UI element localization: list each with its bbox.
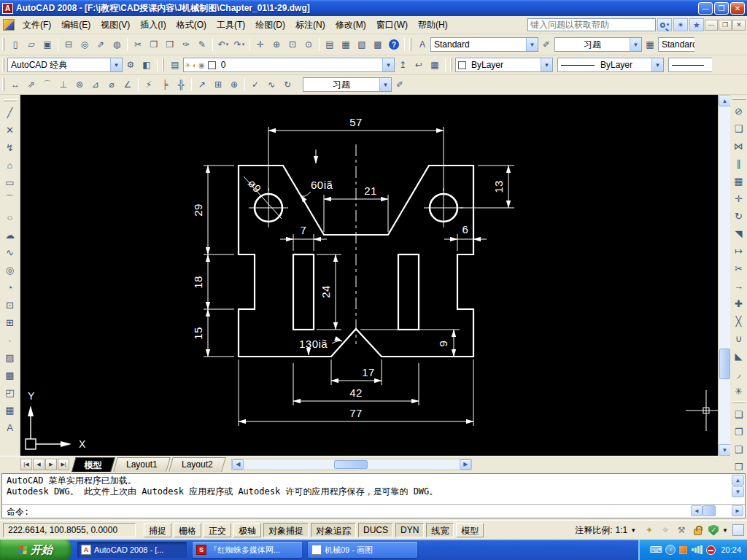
horizontal-scrollbar[interactable]: ◀ ▶ xyxy=(231,459,472,470)
quick-leader-icon[interactable]: ↗ xyxy=(194,77,210,92)
dimension-text-edit-icon[interactable]: ∿ xyxy=(263,77,279,92)
chevron-down-icon[interactable]: ▼ xyxy=(630,38,641,51)
doc-close-button[interactable]: ✕ xyxy=(732,20,746,31)
menu-item[interactable]: 帮助(H) xyxy=(413,18,453,33)
help-icon[interactable]: ? xyxy=(386,37,402,52)
bring-to-front-icon[interactable]: ❏ xyxy=(730,405,747,423)
scrollbar-thumb[interactable] xyxy=(334,460,368,469)
autocad-app-icon[interactable]: A xyxy=(2,3,13,14)
layer-on-icon[interactable]: ☀ xyxy=(185,61,191,69)
trusted-autodesk-icon[interactable]: ✓ xyxy=(706,524,721,537)
extend-icon[interactable]: → xyxy=(730,277,747,295)
close-button[interactable]: ✕ xyxy=(730,2,745,15)
line-icon[interactable]: ╱ xyxy=(1,104,19,121)
mirror-icon[interactable]: ⋈ xyxy=(730,137,747,155)
multiline-text-icon[interactable]: A xyxy=(1,419,19,436)
baseline-dimension-icon[interactable]: ╞ xyxy=(157,77,173,92)
toolbar-grip[interactable] xyxy=(732,98,746,100)
tab-Layout1[interactable]: Layout1 xyxy=(113,457,170,472)
taskbar-task[interactable]: S『红蜘蛛多媒体网... xyxy=(193,542,302,558)
move-icon[interactable]: ✛ xyxy=(730,190,747,207)
center-mark-icon[interactable]: ⊕ xyxy=(226,77,242,92)
menu-item[interactable]: 文件(F) xyxy=(18,18,56,33)
open-icon[interactable]: ▱ xyxy=(23,37,39,52)
rotate-icon[interactable]: ↻ xyxy=(730,207,747,225)
region-icon[interactable]: ◰ xyxy=(1,384,19,401)
trim-icon[interactable]: ✂ xyxy=(730,260,747,277)
radius-dimension-icon[interactable]: ⊚ xyxy=(71,77,88,92)
arc-length-dimension-icon[interactable]: ⌒ xyxy=(39,77,55,92)
angular-dimension-icon[interactable]: ∠ xyxy=(120,77,136,92)
chevron-down-icon[interactable]: ▼ xyxy=(630,527,636,534)
copy-icon[interactable]: ❐ xyxy=(146,37,162,52)
zoom-window-icon[interactable]: ⊡ xyxy=(285,37,301,52)
color-combo[interactable]: ByLayer ▼ xyxy=(455,58,553,72)
text-style-icon[interactable]: A xyxy=(414,37,430,52)
command-prompt[interactable]: 命令: xyxy=(2,504,745,518)
ellipse-icon[interactable]: ◎ xyxy=(1,261,19,279)
favorites-star-icon[interactable]: ★ xyxy=(689,18,704,31)
chevron-down-icon[interactable]: ▼ xyxy=(379,78,391,91)
toggle-极轴[interactable]: 极轴 xyxy=(233,523,261,537)
restore-button[interactable]: ❐ xyxy=(714,2,729,15)
diameter-dimension-icon[interactable]: ⌀ xyxy=(104,77,120,92)
scroll-right-icon[interactable]: ▶ xyxy=(460,459,471,470)
menu-item[interactable]: 编辑(E) xyxy=(56,18,96,33)
erase-icon[interactable]: ⊘ xyxy=(730,102,747,120)
coordinate-display[interactable]: 222.6614, 100.8055, 0.0000 xyxy=(3,523,136,537)
tab-模型[interactable]: 模型 xyxy=(71,457,115,472)
toolbar-grip[interactable] xyxy=(4,99,17,101)
toolbar-grip[interactable] xyxy=(2,78,4,91)
tab-prev-icon[interactable]: ◀ xyxy=(33,459,44,470)
scroll-down-icon[interactable]: ▼ xyxy=(732,486,744,497)
menu-item[interactable]: 窗口(W) xyxy=(371,18,413,33)
toolbar-grip[interactable] xyxy=(162,58,164,71)
scroll-up-icon[interactable]: ▲ xyxy=(719,95,731,106)
match-properties-icon[interactable]: ✑ xyxy=(178,37,194,52)
table-icon[interactable]: ▦ xyxy=(1,401,19,419)
sheet-set-manager-icon[interactable]: ▦ xyxy=(338,37,354,52)
toolbar-grip[interactable] xyxy=(2,38,4,51)
continue-dimension-icon[interactable]: ╬ xyxy=(173,77,189,92)
hatch-icon[interactable]: ▨ xyxy=(1,349,19,366)
layer-properties-manager-icon[interactable]: ▤ xyxy=(167,58,183,72)
array-icon[interactable]: ▦ xyxy=(730,172,747,190)
command-h-scrollbar[interactable]: ◀ ▶ xyxy=(691,505,743,516)
fillet-icon[interactable]: ◞ xyxy=(730,365,747,382)
toggle-栅格[interactable]: 栅格 xyxy=(174,523,201,537)
tray-app-icon[interactable] xyxy=(679,546,687,554)
circle-icon[interactable]: ○ xyxy=(1,209,19,226)
menu-item[interactable]: 插入(I) xyxy=(135,18,171,33)
arc-icon[interactable]: ⌒ xyxy=(1,191,19,209)
layer-color-swatch[interactable] xyxy=(208,61,216,69)
markup-set-manager-icon[interactable]: ▧ xyxy=(354,37,370,52)
workspace-combo[interactable]: AutoCAD 经典▼ xyxy=(7,58,123,72)
scale-icon[interactable]: ◥ xyxy=(730,225,747,242)
chevron-down-icon[interactable]: ▼ xyxy=(110,58,122,71)
revision-cloud-icon[interactable]: ☁ xyxy=(1,226,19,244)
menu-item[interactable]: 格式(O) xyxy=(171,18,212,33)
break-at-point-icon[interactable]: ✚ xyxy=(730,295,747,312)
explode-icon[interactable]: ✳ xyxy=(730,382,747,400)
toolbar-grip[interactable] xyxy=(732,401,746,403)
menu-item[interactable]: 视图(V) xyxy=(96,18,135,33)
annotation-autoscale-icon[interactable]: ✧ xyxy=(658,524,673,537)
tab-Layout2[interactable]: Layout2 xyxy=(169,457,225,472)
annotation-visibility-icon[interactable]: ✦ xyxy=(642,524,657,537)
dimension-edit-icon[interactable]: ✓ xyxy=(247,77,263,92)
taskbar-task[interactable]: ✎机械09 - 画图 xyxy=(308,542,417,558)
polyline-icon[interactable]: ↯ xyxy=(1,139,19,156)
gradient-icon[interactable]: ▩ xyxy=(1,366,19,384)
layer-states-manager-icon[interactable]: ▦ xyxy=(427,58,443,72)
table-style-combo[interactable]: Standard xyxy=(658,37,694,52)
help-search-input[interactable] xyxy=(527,18,656,31)
block-editor-icon[interactable]: ✎ xyxy=(194,37,210,52)
menu-item[interactable]: 修改(M) xyxy=(330,18,371,33)
scroll-up-icon[interactable]: ▲ xyxy=(732,475,744,486)
layer-previous-icon[interactable]: ↩ xyxy=(411,58,427,72)
start-button[interactable]: 开始 xyxy=(0,540,71,560)
layer-lock-icon[interactable]: ◉ xyxy=(198,61,205,69)
aligned-dimension-icon[interactable]: ⇗ xyxy=(23,77,39,92)
toggle-对象追踪[interactable]: 对象追踪 xyxy=(311,523,356,537)
publish-icon[interactable]: ⇗ xyxy=(93,37,109,52)
